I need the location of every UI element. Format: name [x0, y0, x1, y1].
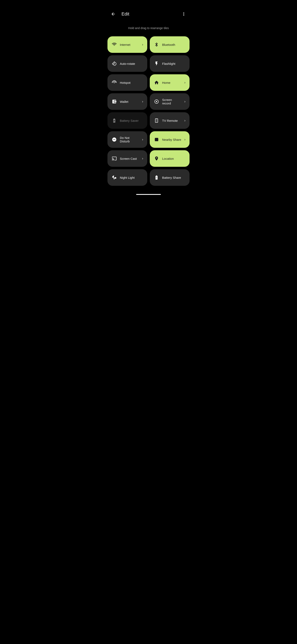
header-left: Edit	[109, 10, 129, 18]
tile-location[interactable]: Location	[150, 150, 190, 167]
tile-dnd-label: Do Not Disturb	[120, 136, 139, 143]
tile-dnd[interactable]: Do Not Disturb ›	[107, 131, 147, 148]
back-button[interactable]	[109, 10, 117, 18]
screen-cast-chevron-icon: ›	[142, 157, 143, 160]
subtitle-text: Hold and drag to rearrange tiles	[104, 22, 193, 36]
tile-battery-saver-label: Battery Saver	[120, 119, 143, 122]
tile-nearby-share[interactable]: Nearby Share ›	[150, 131, 190, 148]
tv-remote-icon	[154, 118, 159, 123]
tv-remote-chevron-icon: ›	[184, 119, 185, 122]
wifi-icon	[112, 42, 117, 47]
cast-icon	[112, 156, 117, 161]
more-options-button[interactable]	[180, 10, 188, 18]
bluetooth-icon	[154, 42, 159, 47]
tile-home[interactable]: Home ›	[150, 74, 190, 91]
tile-home-label: Home	[162, 81, 182, 84]
tile-tv-remote[interactable]: TV Remote ›	[150, 112, 190, 129]
tile-night-light-label: Night Light	[120, 176, 143, 179]
tiles-grid: Internet › Bluetooth Auto-rotate Flashli…	[104, 36, 193, 191]
home-icon	[154, 80, 159, 85]
tile-screen-record-label: Screen record	[162, 98, 182, 105]
nearby-share-chevron-icon: ›	[184, 138, 185, 142]
screen-record-chevron-icon: ›	[184, 100, 185, 104]
tile-screen-cast-label: Screen Cast	[120, 157, 139, 160]
tile-auto-rotate[interactable]: Auto-rotate	[107, 55, 147, 72]
rotate-icon	[112, 61, 117, 66]
screen-record-icon	[154, 99, 159, 104]
wallet-icon	[112, 99, 117, 104]
tile-wallet[interactable]: Wallet ›	[107, 93, 147, 110]
tile-internet[interactable]: Internet ›	[107, 36, 147, 53]
tile-internet-label: Internet	[120, 43, 139, 46]
battery-saver-icon	[112, 118, 117, 123]
tile-night-light[interactable]: Night Light	[107, 169, 147, 186]
tile-hotspot[interactable]: Hotspot	[107, 74, 147, 91]
nav-indicator	[136, 194, 161, 195]
tile-bluetooth-label: Bluetooth	[162, 43, 185, 46]
header: Edit	[104, 0, 193, 22]
tile-battery-share-label: Battery Share	[162, 176, 185, 179]
hotspot-icon	[112, 80, 117, 85]
internet-chevron-icon: ›	[142, 43, 143, 46]
location-icon	[154, 156, 159, 161]
tile-screen-cast[interactable]: Screen Cast ›	[107, 150, 147, 167]
nearby-share-icon	[154, 137, 159, 142]
tile-flashlight-label: Flashlight	[162, 62, 185, 66]
battery-share-icon	[154, 175, 159, 180]
night-light-icon	[112, 175, 117, 180]
flashlight-icon	[154, 61, 159, 66]
tile-battery-share[interactable]: Battery Share	[150, 169, 190, 186]
wallet-chevron-icon: ›	[142, 100, 143, 104]
nav-bar	[104, 191, 193, 196]
tile-tv-remote-label: TV Remote	[162, 119, 182, 122]
tile-location-label: Location	[162, 157, 185, 160]
tile-nearby-share-label: Nearby Share	[162, 138, 182, 142]
tile-wallet-label: Wallet	[120, 100, 139, 104]
dnd-chevron-icon: ›	[142, 138, 143, 142]
page-title: Edit	[121, 11, 129, 17]
dnd-icon	[112, 137, 117, 142]
tile-flashlight[interactable]: Flashlight	[150, 55, 190, 72]
tile-screen-record[interactable]: Screen record ›	[150, 93, 190, 110]
tile-battery-saver[interactable]: Battery Saver	[107, 112, 147, 129]
tile-bluetooth[interactable]: Bluetooth	[150, 36, 190, 53]
tile-hotspot-label: Hotspot	[120, 81, 143, 84]
tile-auto-rotate-label: Auto-rotate	[120, 62, 143, 66]
home-chevron-icon: ›	[184, 81, 185, 84]
